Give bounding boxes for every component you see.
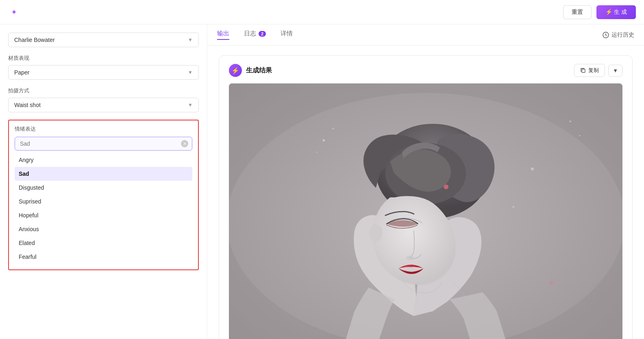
result-icon: ⚡ <box>229 64 242 77</box>
style-field-group: Charlie Bowater ▼ <box>8 33 199 47</box>
expand-icon: ▼ <box>613 68 618 74</box>
list-item[interactable]: Angry <box>15 153 192 167</box>
tabs-bar: 输出 日志 2 详情 运行历史 <box>207 24 644 46</box>
style-chevron-icon: ▼ <box>188 37 193 43</box>
copy-label: 复制 <box>588 67 599 74</box>
result-image <box>229 83 622 339</box>
result-actions: 复制 ▼ <box>574 64 622 77</box>
style-select[interactable]: Charlie Bowater ▼ <box>8 33 199 47</box>
emotion-dropdown-list: Angry Sad Disgusted Suprised Hopeful Anx… <box>15 153 192 264</box>
shoot-field-group: 拍摄方式 Waist shot ▼ <box>8 87 199 112</box>
clock-icon <box>603 32 609 38</box>
list-item[interactable]: Fearful <box>15 250 192 264</box>
result-header: ⚡ 生成结果 复制 ▼ <box>229 64 622 77</box>
svg-point-8 <box>444 184 448 189</box>
material-label: 材质表现 <box>8 55 199 62</box>
material-chevron-icon: ▼ <box>188 70 193 75</box>
emotion-search-clear-button[interactable]: ✕ <box>181 140 188 147</box>
logs-badge: 2 <box>259 31 266 37</box>
header: ✦ 重置 ⚡ 生 成 <box>0 0 644 24</box>
tab-output[interactable]: 输出 <box>217 30 229 40</box>
list-item[interactable]: Elated <box>15 236 192 250</box>
shoot-select[interactable]: Waist shot ▼ <box>8 98 199 112</box>
style-select-value: Charlie Bowater <box>14 37 55 43</box>
result-title: 生成结果 <box>246 66 272 75</box>
svg-point-14 <box>316 151 317 153</box>
tab-logs[interactable]: 日志 2 <box>244 30 266 40</box>
output-area: ⚡ 生成结果 复制 ▼ <box>207 46 644 339</box>
result-card: ⚡ 生成结果 复制 ▼ <box>219 55 633 339</box>
tab-output-label: 输出 <box>217 30 229 37</box>
emotion-section: 情绪表达 ✕ Angry Sad Disgusted Suprised Hope… <box>8 120 199 270</box>
svg-point-6 <box>369 224 383 241</box>
list-item[interactable]: Anxious <box>15 222 192 236</box>
main-layout: Charlie Bowater ▼ 材质表现 Paper ▼ 拍摄方式 Wais… <box>0 24 644 339</box>
svg-point-9 <box>531 167 534 170</box>
left-panel: Charlie Bowater ▼ 材质表现 Paper ▼ 拍摄方式 Wais… <box>0 24 207 339</box>
run-history-label: 运行历史 <box>611 31 634 39</box>
svg-point-15 <box>569 120 571 122</box>
copy-icon <box>580 68 586 73</box>
copy-button[interactable]: 复制 <box>574 64 605 77</box>
portrait-svg <box>229 83 622 339</box>
svg-point-13 <box>333 128 334 129</box>
svg-point-7 <box>406 256 414 260</box>
material-select[interactable]: Paper ▼ <box>8 65 199 80</box>
svg-rect-1 <box>582 69 585 72</box>
svg-point-16 <box>579 135 580 136</box>
svg-point-11 <box>549 281 553 284</box>
tab-logs-label: 日志 <box>244 30 256 37</box>
list-item[interactable]: Disgusted <box>15 181 192 195</box>
material-select-value: Paper <box>14 69 29 76</box>
logo-icon: ✦ <box>8 7 20 18</box>
material-field-group: 材质表现 Paper ▼ <box>8 55 199 80</box>
generate-button[interactable]: ⚡ 生 成 <box>596 5 636 19</box>
run-history-button[interactable]: 运行历史 <box>603 31 634 39</box>
shoot-label: 拍摄方式 <box>8 87 199 94</box>
shoot-chevron-icon: ▼ <box>188 102 193 108</box>
svg-point-10 <box>512 206 514 208</box>
tab-details-label: 详情 <box>281 30 293 37</box>
right-panel: 输出 日志 2 详情 运行历史 ⚡ 生成 <box>207 24 644 339</box>
tab-details[interactable]: 详情 <box>281 30 293 40</box>
emotion-search-input[interactable] <box>15 137 192 151</box>
emotion-label: 情绪表达 <box>15 125 192 133</box>
expand-button[interactable]: ▼ <box>608 65 622 77</box>
svg-point-12 <box>322 139 325 142</box>
list-item[interactable]: Suprised <box>15 195 192 208</box>
emotion-search-wrap: ✕ <box>15 137 192 151</box>
list-item[interactable]: Hopeful <box>15 208 192 222</box>
list-item[interactable]: Sad <box>15 167 192 181</box>
shoot-select-value: Waist shot <box>14 102 41 108</box>
reset-button[interactable]: 重置 <box>563 5 592 19</box>
